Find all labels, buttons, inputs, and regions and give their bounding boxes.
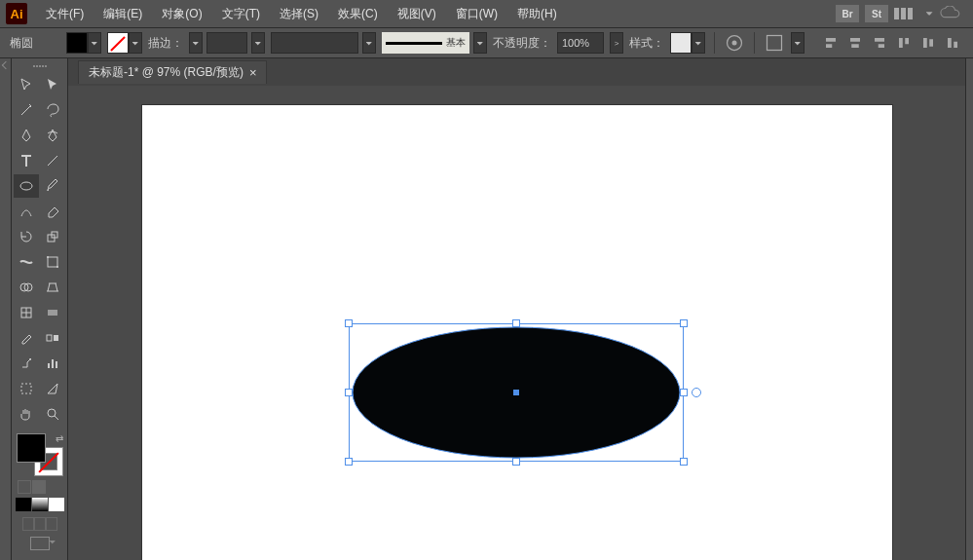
stroke-profile-dd-icon[interactable]: ⏷: [362, 32, 376, 54]
align-bottom-button[interactable]: [942, 32, 963, 54]
draw-behind-button[interactable]: [34, 517, 46, 531]
color-button[interactable]: [16, 498, 31, 511]
resize-handle-tl[interactable]: [345, 319, 353, 327]
align-vcenter-button[interactable]: [917, 32, 939, 54]
left-panel-strip[interactable]: [0, 58, 12, 560]
slice-tool[interactable]: [41, 377, 66, 400]
right-panel-strip[interactable]: [965, 58, 973, 560]
eraser-tool[interactable]: [41, 200, 66, 223]
align-hcenter-button[interactable]: [844, 32, 866, 54]
resize-handle-tm[interactable]: [512, 319, 520, 327]
align-to-button[interactable]: [764, 32, 785, 54]
recolor-button[interactable]: [724, 32, 745, 54]
selection-tool[interactable]: [14, 73, 39, 96]
align-to-dd-icon[interactable]: ⏷: [791, 32, 805, 54]
brush-style-group[interactable]: 基本 ⏷: [382, 32, 487, 54]
selected-ellipse-object[interactable]: [349, 323, 684, 462]
menu-edit[interactable]: 编辑(E): [94, 3, 151, 25]
magic-wand-tool[interactable]: [14, 98, 39, 122]
toolbox-handle[interactable]: [14, 62, 65, 70]
swap-fill-stroke-icon[interactable]: ⇄: [56, 433, 63, 444]
symbol-sprayer-tool[interactable]: [14, 352, 39, 375]
curvature-tool[interactable]: [41, 124, 66, 147]
document-tab[interactable]: 未标题-1* @ 97% (RGB/预览) ×: [78, 60, 267, 84]
shape-builder-tool[interactable]: [14, 276, 39, 299]
opacity-label: 不透明度：: [493, 35, 551, 52]
free-transform-tool[interactable]: [41, 250, 66, 274]
draw-inside-button[interactable]: [46, 517, 57, 531]
menu-select[interactable]: 选择(S): [271, 3, 327, 25]
arrange-dropdown-icon[interactable]: ⏷: [925, 9, 934, 19]
resize-handle-bl[interactable]: [345, 458, 353, 466]
none-button[interactable]: [49, 498, 64, 511]
fill-stroke-control[interactable]: ⇄: [17, 433, 63, 476]
scale-tool[interactable]: [41, 225, 66, 248]
resize-handle-tr[interactable]: [680, 319, 688, 327]
panel-expand-icon[interactable]: [0, 62, 11, 72]
live-shape-widget-icon[interactable]: [692, 388, 701, 397]
fill-swatch[interactable]: ⏷: [66, 32, 101, 54]
menu-type[interactable]: 文字(T): [213, 3, 269, 25]
sync-icon[interactable]: [940, 6, 961, 21]
eyedropper-tool[interactable]: [14, 326, 39, 350]
perspective-tool[interactable]: [41, 276, 66, 299]
fill-dropdown-icon[interactable]: ⏷: [88, 32, 101, 54]
resize-handle-ml[interactable]: [345, 389, 353, 396]
opacity-dd-icon[interactable]: >: [610, 32, 623, 54]
shaper-tool[interactable]: [14, 200, 39, 223]
menu-window[interactable]: 窗口(W): [447, 3, 506, 25]
align-left-button[interactable]: [820, 32, 842, 54]
screen-mode-button[interactable]: [14, 537, 65, 550]
close-tab-button[interactable]: ×: [249, 65, 257, 80]
stroke-weight-dd-icon[interactable]: ⏷: [251, 32, 265, 54]
artboard-tool[interactable]: [14, 377, 39, 400]
mesh-tool[interactable]: [14, 301, 39, 324]
align-right-button[interactable]: [869, 32, 890, 54]
blend-tool[interactable]: [41, 326, 66, 350]
menu-view[interactable]: 视图(V): [389, 3, 445, 25]
menu-object[interactable]: 对象(O): [153, 3, 210, 25]
menu-help[interactable]: 帮助(H): [508, 3, 566, 25]
direct-selection-tool[interactable]: [41, 73, 66, 96]
zoom-tool[interactable]: [41, 402, 66, 426]
stroke-weight-down-icon[interactable]: ⏷: [189, 32, 203, 54]
ellipse-tool[interactable]: [14, 174, 39, 198]
bridge-button[interactable]: Br: [836, 5, 859, 22]
gradient-button[interactable]: [32, 498, 48, 511]
lasso-tool[interactable]: [41, 98, 66, 122]
arrange-documents-icon[interactable]: [894, 7, 917, 20]
resize-handle-br[interactable]: [680, 458, 688, 466]
resize-handle-bm[interactable]: [512, 458, 520, 466]
pen-tool[interactable]: [14, 124, 39, 147]
line-tool[interactable]: [41, 149, 66, 172]
graphic-style-dd-icon[interactable]: ⏷: [692, 32, 705, 54]
stroke-profile-field[interactable]: [271, 32, 358, 54]
opacity-input[interactable]: [557, 32, 604, 54]
gradient-tool[interactable]: [41, 301, 66, 324]
width-tool[interactable]: [14, 250, 39, 274]
canvas-viewport[interactable]: [68, 86, 965, 560]
default-fill-button[interactable]: [18, 480, 31, 494]
align-top-button[interactable]: [893, 32, 915, 54]
stroke-weight-input[interactable]: [206, 32, 247, 54]
brush-style-dd-icon[interactable]: ⏷: [473, 32, 487, 54]
stroke-swatch[interactable]: ⏷: [107, 32, 142, 54]
menu-file[interactable]: 文件(F): [37, 3, 93, 25]
type-tool[interactable]: [14, 149, 39, 172]
stroke-profile-group[interactable]: ⏷: [271, 32, 376, 54]
stroke-weight-group[interactable]: ⏷ ⏷: [189, 32, 265, 54]
artboard[interactable]: [142, 105, 892, 560]
menu-effect[interactable]: 效果(C): [329, 3, 387, 25]
hand-tool[interactable]: [14, 402, 39, 426]
resize-handle-mr[interactable]: [680, 389, 688, 396]
graphic-style-swatch[interactable]: ⏷: [670, 32, 705, 54]
selection-center-icon[interactable]: [513, 390, 519, 395]
paintbrush-tool[interactable]: [41, 174, 66, 198]
rotate-tool[interactable]: [14, 225, 39, 248]
stroke-dropdown-icon[interactable]: ⏷: [129, 32, 142, 54]
swap-default-button[interactable]: [32, 480, 46, 494]
fill-box[interactable]: [17, 433, 46, 463]
stock-button[interactable]: St: [865, 5, 888, 22]
column-graph-tool[interactable]: [41, 352, 66, 375]
draw-normal-button[interactable]: [22, 517, 34, 531]
